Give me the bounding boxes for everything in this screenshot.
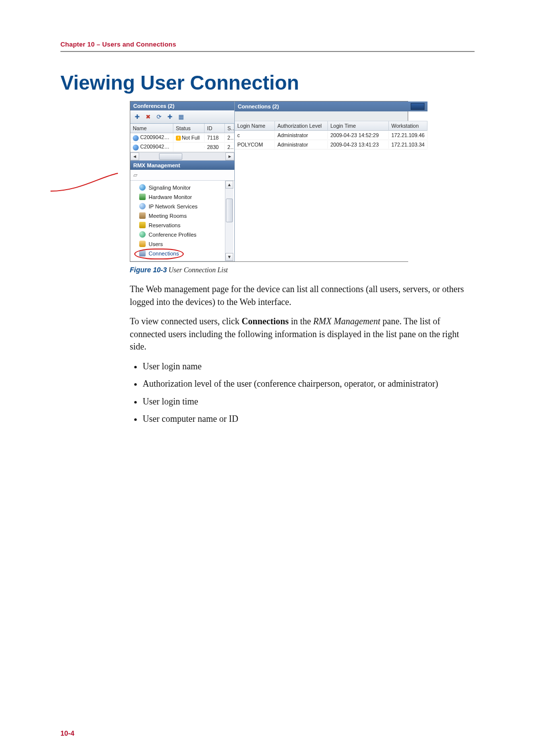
cell: C20090423 1 xyxy=(140,144,171,150)
toolbar-view-icon[interactable]: ▦ xyxy=(176,112,186,122)
tree-ip-network-services[interactable]: IP Network Services xyxy=(137,202,234,211)
app-window: Conferences (2) ✚ ✖ ⟳ ✚ ▦ Name Status ID… xyxy=(130,101,408,262)
cell: 2009-04-23 13:41:23 xyxy=(328,141,389,149)
tree-hardware-monitor[interactable]: Hardware Monitor xyxy=(137,192,234,202)
scroll-right-icon[interactable]: ► xyxy=(225,152,234,160)
table-row[interactable]: POLYCOM Administrator 2009-04-23 13:41:2… xyxy=(235,140,428,150)
cell: Not Full xyxy=(182,135,200,141)
list-item: User login name xyxy=(143,360,475,373)
page-heading: Viewing User Connection xyxy=(60,72,475,94)
col-loginname[interactable]: Login Name xyxy=(235,121,275,130)
rooms-icon xyxy=(139,212,146,219)
connections-toolbar-spacer xyxy=(235,111,428,121)
right-pane: Connections (2) Login Name Authorization… xyxy=(235,101,428,261)
cell: 172.21.109.46 xyxy=(389,131,428,139)
connections-title: Connections (2) xyxy=(238,103,279,109)
tree-reservations[interactable]: Reservations xyxy=(137,220,234,230)
left-pane: Conferences (2) ✚ ✖ ⟳ ✚ ▦ Name Status ID… xyxy=(130,101,235,261)
warning-icon xyxy=(176,136,181,141)
col-id[interactable]: ID xyxy=(205,124,225,133)
bullet-list: User login name Authorization level of t… xyxy=(130,360,475,426)
rmx-title: RMX Management xyxy=(130,160,234,170)
header-rule xyxy=(60,51,475,52)
col-workstation[interactable]: Workstation xyxy=(389,121,428,130)
tree-conference-profiles[interactable]: Conference Profiles xyxy=(137,230,234,239)
conference-icon xyxy=(133,135,139,141)
cell xyxy=(173,146,205,148)
toolbar-delete-icon[interactable]: ✖ xyxy=(143,112,153,122)
scroll-left-icon[interactable]: ◄ xyxy=(130,152,139,160)
tree-label: IP Network Services xyxy=(149,203,198,209)
text-span: in the xyxy=(289,316,314,326)
signaling-icon xyxy=(139,184,146,191)
figure-number: Figure 10-3 xyxy=(130,266,167,274)
tree-label: Meeting Rooms xyxy=(149,213,187,219)
figure-caption-text: User Connection List xyxy=(167,266,228,274)
toolbar-start-icon[interactable]: ✚ xyxy=(165,112,175,122)
cell: 2009-04-23 xyxy=(225,134,234,142)
body-text: The Web management page for the device c… xyxy=(130,283,475,426)
figure: Conferences (2) ✚ ✖ ⟳ ✚ ▦ Name Status ID… xyxy=(130,101,475,262)
connections-icon xyxy=(139,250,146,256)
table-row[interactable]: c Administrator 2009-04-23 14:52:29 172.… xyxy=(235,131,428,140)
hardware-icon xyxy=(139,194,146,200)
tree-signaling-monitor[interactable]: Signaling Monitor xyxy=(137,183,234,192)
conferences-hscrollbar[interactable]: ◄ ► xyxy=(130,152,234,160)
tree-label: Users xyxy=(149,241,163,247)
tree-label: Conference Profiles xyxy=(149,232,197,238)
col-logintime[interactable]: Login Time xyxy=(328,121,389,130)
cell: POLYCOM xyxy=(235,141,275,149)
connections-body: c Administrator 2009-04-23 14:52:29 172.… xyxy=(235,131,428,261)
paragraph: The Web management page for the device c… xyxy=(130,283,475,308)
tree-label: Hardware Monitor xyxy=(149,194,192,200)
table-row[interactable]: C20090423 1 2830 2009-04-23 xyxy=(130,143,234,152)
col-authlevel[interactable]: Authorization Level xyxy=(275,121,328,130)
toolbar-refresh-icon[interactable]: ⟳ xyxy=(154,112,164,122)
tree-label: Connections xyxy=(149,251,179,256)
text-span: To view connected users, click xyxy=(130,316,242,326)
figure-caption: Figure 10-3 User Connection List xyxy=(130,266,475,274)
conferences-body: C20090423 1 Not Full 7118 2009-04-23 C20… xyxy=(130,133,234,152)
tree-label: Reservations xyxy=(149,222,180,228)
cell: Administrator xyxy=(275,141,328,149)
col-status[interactable]: Status xyxy=(173,124,205,133)
users-icon xyxy=(139,241,146,247)
network-icon xyxy=(139,203,146,209)
rmx-tree: Signaling Monitor Hardware Monitor IP Ne… xyxy=(130,181,234,261)
chapter-header: Chapter 10 – Users and Connections xyxy=(60,41,475,48)
title-accent-icon xyxy=(411,103,425,110)
paragraph: To view connected users, click Connectio… xyxy=(130,315,475,353)
table-row[interactable]: C20090423 1 Not Full 7118 2009-04-23 xyxy=(130,133,234,143)
tree-vscrollbar[interactable]: ▲ ▼ xyxy=(225,181,233,261)
callout-line xyxy=(50,172,119,194)
list-item: User computer name or ID xyxy=(143,413,475,426)
scroll-up-icon[interactable]: ▲ xyxy=(225,181,233,189)
cell: 2009-04-23 xyxy=(225,143,234,151)
cell: 172.21.103.34 xyxy=(389,141,428,149)
cell: 7118 xyxy=(205,134,225,142)
col-starttime[interactable]: Start Time xyxy=(225,124,234,133)
conference-icon xyxy=(133,145,139,151)
connections-header-row: Login Name Authorization Level Login Tim… xyxy=(235,121,428,131)
tree-connections[interactable]: Connections xyxy=(137,249,234,258)
text-italic: RMX Management xyxy=(313,316,380,326)
cell: 2830 xyxy=(205,143,225,151)
list-item: User login time xyxy=(143,396,475,408)
toolbar-new-icon[interactable]: ✚ xyxy=(132,112,142,122)
scroll-thumb[interactable] xyxy=(159,153,182,160)
scroll-down-icon[interactable]: ▼ xyxy=(225,253,233,261)
scroll-thumb[interactable] xyxy=(226,199,233,222)
reservations-icon xyxy=(139,222,146,228)
cell: 2009-04-23 14:52:29 xyxy=(328,131,389,139)
rmx-tools: ▱ xyxy=(130,170,234,181)
profiles-icon xyxy=(139,231,146,238)
conferences-header-row: Name Status ID Start Time xyxy=(130,124,234,133)
conferences-title: Conferences (2) xyxy=(130,101,234,110)
tree-label: Signaling Monitor xyxy=(149,185,191,191)
tree-meeting-rooms[interactable]: Meeting Rooms xyxy=(137,211,234,220)
tree-users[interactable]: Users xyxy=(137,239,234,249)
conferences-toolbar: ✚ ✖ ⟳ ✚ ▦ xyxy=(130,110,234,124)
col-name[interactable]: Name xyxy=(130,124,173,133)
text-bold: Connections xyxy=(242,316,289,326)
cell: c xyxy=(235,131,275,139)
